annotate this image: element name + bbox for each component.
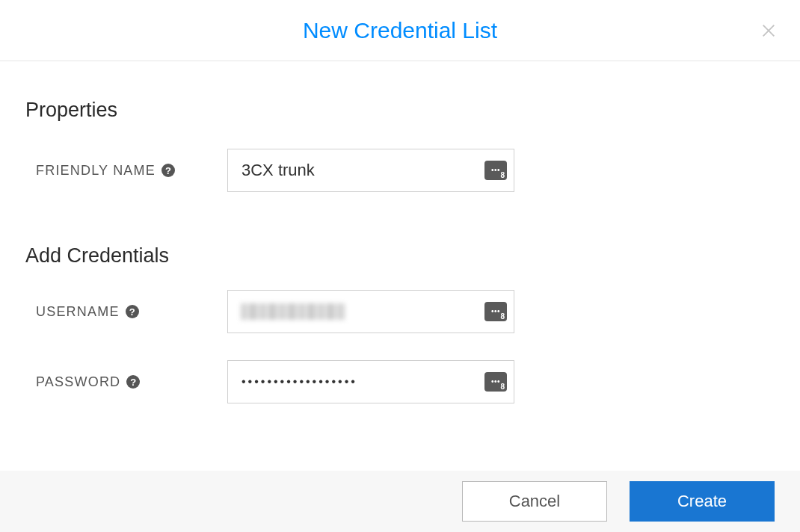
label-wrap: USERNAME ?	[36, 304, 227, 320]
friendly-name-input[interactable]	[227, 149, 514, 192]
form-row-password: PASSWORD ?	[25, 360, 775, 403]
input-wrap	[227, 290, 514, 333]
help-icon[interactable]: ?	[126, 305, 139, 318]
section-title-properties: Properties	[25, 99, 775, 122]
modal-title: New Credential List	[303, 18, 497, 43]
close-icon	[760, 22, 777, 39]
form-row-friendly-name: FRIENDLY NAME ?	[25, 149, 775, 192]
create-button[interactable]: Create	[630, 481, 775, 522]
input-wrap	[227, 149, 514, 192]
password-label: PASSWORD	[36, 374, 120, 390]
password-manager-icon[interactable]	[484, 372, 507, 392]
help-icon[interactable]: ?	[126, 375, 140, 389]
close-button[interactable]	[758, 20, 779, 41]
modal-body: Properties FRIENDLY NAME ? Add Credentia…	[0, 61, 800, 403]
cancel-button[interactable]: Cancel	[462, 481, 607, 522]
modal-header: New Credential List	[0, 0, 800, 61]
input-wrap	[227, 360, 514, 403]
password-manager-icon[interactable]	[484, 302, 507, 321]
label-wrap: PASSWORD ?	[36, 374, 227, 390]
password-manager-icon[interactable]	[484, 161, 507, 180]
label-wrap: FRIENDLY NAME ?	[36, 163, 227, 179]
username-input[interactable]	[227, 290, 514, 333]
password-input[interactable]	[227, 360, 514, 403]
help-icon[interactable]: ?	[161, 164, 175, 177]
form-row-username: USERNAME ?	[25, 290, 775, 333]
modal-footer: Cancel Create	[0, 471, 800, 532]
section-title-add-credentials: Add Credentials	[25, 244, 775, 267]
friendly-name-label: FRIENDLY NAME	[36, 163, 156, 179]
username-label: USERNAME	[36, 304, 120, 320]
